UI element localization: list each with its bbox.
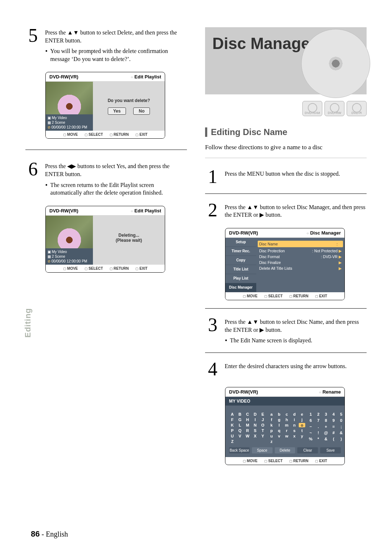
char-cell[interactable]: = [330, 424, 337, 429]
char-cell[interactable]: j [299, 417, 305, 422]
char-cell[interactable]: o [299, 423, 305, 427]
char-cell[interactable]: q [276, 428, 282, 433]
char-cell[interactable]: 4 [330, 412, 337, 417]
char-cell[interactable]: J [260, 417, 266, 422]
char-cell[interactable]: ; [338, 424, 344, 429]
char-cell[interactable]: 5 [338, 412, 344, 417]
space-button[interactable]: Space [252, 447, 273, 453]
char-cell[interactable]: f [268, 417, 275, 422]
char-cell[interactable] [299, 439, 305, 444]
char-cell[interactable]: g [276, 417, 282, 422]
char-cell[interactable]: X [252, 434, 258, 438]
row-disc-finalize[interactable]: Disc Finalize ▶ [259, 260, 342, 265]
char-cell[interactable] [307, 443, 314, 444]
char-cell[interactable] [237, 439, 243, 444]
char-cell[interactable] [323, 443, 329, 444]
char-cell[interactable]: N [252, 423, 258, 427]
char-cell[interactable]: d [291, 412, 298, 416]
char-cell[interactable] [291, 439, 298, 444]
row-disc-name[interactable]: Disc Name : ▶ [258, 241, 343, 247]
char-cell[interactable]: D [252, 412, 258, 416]
char-cell[interactable]: P [229, 428, 236, 433]
char-cell[interactable]: r [283, 428, 290, 433]
grid-upper[interactable]: ABCDEFGHIJKLMNOPQRSTUVWXYZ [229, 412, 266, 444]
char-cell[interactable]: W [244, 434, 251, 438]
char-cell[interactable]: @ [323, 431, 329, 436]
char-cell[interactable]: 2 [315, 412, 322, 417]
char-cell[interactable]: 0 [338, 418, 344, 423]
grid-symbols[interactable]: 1234567890−.+=;~!@#&%*&() [307, 412, 344, 444]
char-cell[interactable]: k [268, 423, 275, 427]
char-cell[interactable]: x [291, 434, 298, 438]
row-delete-all[interactable]: Delete All Title Lists ▶ [259, 265, 342, 271]
char-cell[interactable]: * [315, 437, 322, 442]
char-cell[interactable]: v [276, 434, 282, 438]
char-cell[interactable]: . [315, 424, 322, 429]
char-cell[interactable]: l [276, 423, 282, 427]
side-timer-rec[interactable]: Timer Rec. [225, 247, 256, 256]
delete-button[interactable]: Delete [275, 447, 295, 453]
side-title-list[interactable]: Title List [225, 265, 256, 274]
char-cell[interactable]: # [330, 431, 337, 436]
char-cell[interactable]: ) [338, 437, 344, 442]
char-cell[interactable]: Z [229, 439, 236, 444]
name-field[interactable]: MY VIDEO [225, 397, 344, 406]
side-setup[interactable]: Setup [225, 238, 256, 247]
char-cell[interactable]: & [338, 431, 344, 436]
char-cell[interactable]: B [237, 412, 243, 416]
char-cell[interactable]: z [268, 439, 275, 444]
char-cell[interactable]: V [237, 434, 243, 438]
char-cell[interactable]: ! [315, 431, 322, 436]
char-cell[interactable]: Q [237, 428, 243, 433]
yes-button[interactable]: Yes [108, 107, 126, 115]
char-cell[interactable]: R [244, 428, 251, 433]
char-cell[interactable]: 6 [307, 418, 314, 423]
char-cell[interactable] [276, 439, 282, 444]
char-cell[interactable]: w [283, 434, 290, 438]
char-cell[interactable]: S [252, 428, 258, 433]
char-cell[interactable]: m [283, 423, 290, 427]
char-cell[interactable]: u [268, 434, 275, 438]
char-cell[interactable]: 9 [330, 418, 337, 423]
char-cell[interactable]: t [299, 428, 305, 433]
char-cell[interactable]: A [229, 412, 236, 416]
char-cell[interactable]: H [244, 417, 251, 422]
char-cell[interactable]: T [260, 428, 266, 433]
char-cell[interactable]: a [268, 412, 275, 416]
no-button[interactable]: No [133, 107, 150, 115]
char-cell[interactable] [330, 443, 337, 444]
char-cell[interactable]: U [229, 434, 236, 438]
char-cell[interactable]: E [260, 412, 266, 416]
char-cell[interactable]: G [237, 417, 243, 422]
char-cell[interactable]: Y [260, 434, 266, 438]
char-cell[interactable]: y [299, 434, 305, 438]
side-play-list[interactable]: Play List [225, 274, 256, 283]
char-cell[interactable]: C [244, 412, 251, 416]
char-cell[interactable]: c [283, 412, 290, 416]
char-cell[interactable]: F [229, 417, 236, 422]
char-cell[interactable]: ~ [307, 431, 314, 436]
grid-lower[interactable]: abcdefghijklmnopqrstuvwxyz [268, 412, 305, 444]
char-cell[interactable]: M [244, 423, 251, 427]
char-cell[interactable]: s [291, 428, 298, 433]
char-cell[interactable] [252, 439, 258, 444]
char-cell[interactable]: O [260, 423, 266, 427]
char-cell[interactable]: h [283, 417, 290, 422]
save-button[interactable]: Save [320, 447, 341, 453]
char-cell[interactable] [244, 439, 251, 444]
char-cell[interactable]: I [252, 417, 258, 422]
char-cell[interactable]: − [307, 424, 314, 429]
char-cell[interactable]: K [229, 423, 236, 427]
char-cell[interactable]: L [237, 423, 243, 427]
row-disc-format[interactable]: Disc Format : DVD-VR ▶ [259, 254, 342, 260]
char-cell[interactable]: % [307, 437, 314, 442]
clear-button[interactable]: Clear [297, 447, 318, 453]
char-cell[interactable]: i [291, 417, 298, 422]
char-cell[interactable]: b [276, 412, 282, 416]
char-cell[interactable] [260, 439, 266, 444]
char-cell[interactable]: 7 [315, 418, 322, 423]
char-cell[interactable]: ( [330, 437, 337, 442]
char-cell[interactable]: 8 [323, 418, 329, 423]
char-cell[interactable] [315, 443, 322, 444]
side-disc-manager[interactable]: Disc Manager [225, 283, 256, 292]
